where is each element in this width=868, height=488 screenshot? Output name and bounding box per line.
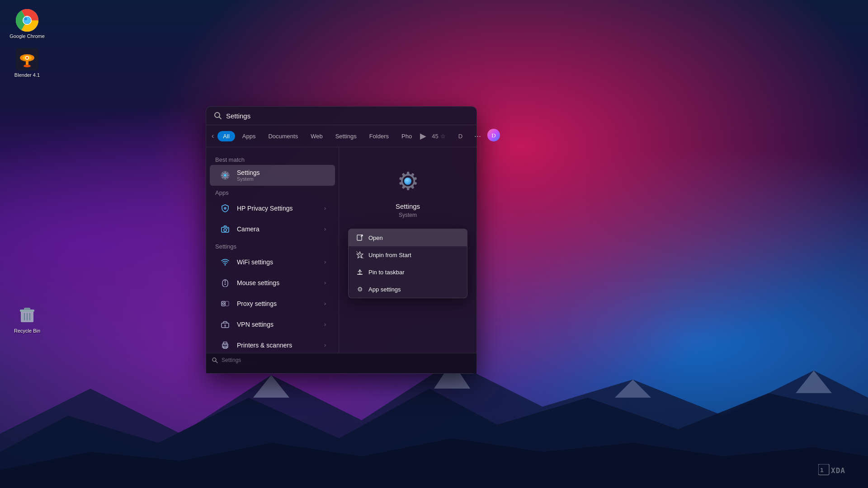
camera-item[interactable]: Camera ›: [210, 219, 335, 239]
svg-rect-36: [228, 175, 229, 176]
desktop-icons: Google Chrome Blender 4.1: [9, 9, 45, 333]
printers-chevron: ›: [324, 342, 326, 348]
svg-rect-33: [225, 171, 226, 173]
settings-item-icon: [219, 169, 231, 182]
svg-point-41: [224, 207, 226, 210]
hp-privacy-chevron: ›: [324, 205, 326, 211]
svg-point-32: [224, 174, 226, 177]
camera-label: Camera: [237, 225, 324, 233]
open-label: Open: [368, 235, 383, 241]
bottom-bar: Settings: [206, 353, 476, 373]
tab-apps[interactable]: Apps: [237, 131, 261, 141]
chrome-icon-label: Google Chrome: [9, 33, 45, 39]
svg-rect-49: [222, 301, 225, 306]
context-pin-taskbar[interactable]: Pin to taskbar: [349, 263, 467, 281]
wifi-icon: [219, 256, 231, 268]
context-open[interactable]: Open: [349, 229, 467, 246]
search-icon: [213, 111, 222, 120]
pin-taskbar-label: Pin to taskbar: [368, 269, 405, 276]
vpn-icon: [219, 318, 231, 331]
context-unpin-start[interactable]: Unpin from Start: [349, 246, 467, 263]
wifi-chevron: ›: [324, 259, 326, 265]
svg-rect-50: [225, 301, 229, 306]
left-panel: Best match: [206, 147, 339, 373]
search-input[interactable]: [226, 112, 469, 120]
hp-privacy-item[interactable]: HP Privacy Settings ›: [210, 198, 335, 219]
tab-pho[interactable]: Pho: [396, 131, 417, 141]
svg-point-51: [222, 303, 224, 305]
proxy-chevron: ›: [324, 300, 326, 307]
svg-point-12: [24, 18, 27, 20]
best-match-name: Settings: [237, 169, 326, 176]
search-bar: [206, 107, 476, 125]
svg-rect-34: [225, 178, 226, 179]
user-initial-badge: D: [457, 133, 464, 140]
start-menu: ‹ All Apps Documents Web Settings Folder…: [206, 106, 477, 374]
svg-line-68: [216, 361, 217, 363]
tab-settings[interactable]: Settings: [330, 131, 362, 141]
bottom-search-indicator: Settings: [212, 357, 471, 363]
hp-privacy-icon: [219, 202, 231, 215]
vpn-chevron: ›: [324, 321, 326, 328]
back-button[interactable]: ‹: [212, 130, 214, 142]
vpn-settings-item[interactable]: VPN settings ›: [210, 314, 335, 335]
settings-preview-graphic: ⚙: [393, 167, 423, 196]
right-panel: ⚙ Settings System: [339, 147, 476, 373]
tab-count-badge: 45 ☆: [428, 131, 449, 141]
mouse-icon: [219, 277, 231, 289]
svg-point-11: [24, 17, 31, 24]
more-tabs-play[interactable]: ▶: [420, 131, 426, 141]
xda-watermark: 1 XDA: [818, 464, 859, 479]
printers-label: Printers & scanners: [237, 342, 324, 349]
camera-chevron: ›: [324, 226, 326, 232]
svg-point-58: [227, 345, 228, 346]
proxy-settings-item[interactable]: Proxy settings ›: [210, 293, 335, 314]
menu-body: Best match: [206, 147, 476, 373]
wifi-settings-item[interactable]: WiFi settings ›: [210, 252, 335, 272]
app-preview-subtitle: System: [399, 212, 417, 218]
tab-all[interactable]: All: [217, 131, 235, 141]
svg-point-48: [225, 284, 226, 285]
mouse-chevron: ›: [324, 280, 326, 286]
app-preview: ⚙ Settings System: [348, 156, 467, 225]
app-settings-icon: ⚙: [356, 285, 364, 293]
svg-point-44: [227, 228, 228, 229]
best-match-subtitle: System: [237, 176, 326, 182]
best-match-settings-item[interactable]: Settings System: [210, 165, 335, 186]
recycle-bin-icon[interactable]: Recycle Bin: [9, 304, 45, 333]
more-options-button[interactable]: ···: [472, 131, 484, 141]
proxy-icon: [219, 297, 231, 310]
chrome-desktop-icon[interactable]: Google Chrome: [9, 9, 45, 39]
camera-icon: [219, 223, 231, 235]
mouse-settings-label: Mouse settings: [237, 279, 324, 286]
mouse-settings-item[interactable]: Mouse settings ›: [210, 272, 335, 293]
svg-point-53: [224, 324, 226, 326]
svg-rect-22: [24, 308, 30, 310]
blender-desktop-icon[interactable]: Blender 4.1: [9, 48, 45, 78]
svg-point-43: [224, 229, 226, 231]
tab-web[interactable]: Web: [305, 131, 328, 141]
svg-text:D: D: [491, 132, 495, 139]
context-menu: Open: [348, 229, 467, 298]
svg-point-17: [26, 57, 28, 59]
app-preview-icon-wrap: ⚙: [392, 165, 424, 197]
svg-text:XDA: XDA: [831, 466, 845, 475]
chrome-icon-image: [16, 9, 38, 32]
user-avatar-tab[interactable]: D: [487, 129, 500, 143]
svg-point-19: [24, 65, 31, 67]
tab-folders[interactable]: Folders: [364, 131, 394, 141]
svg-line-27: [219, 117, 222, 119]
context-app-settings[interactable]: ⚙ App settings: [349, 281, 467, 298]
svg-point-45: [225, 264, 226, 266]
vpn-settings-label: VPN settings: [237, 321, 324, 328]
apps-section-label: Apps: [206, 186, 339, 198]
tab-documents[interactable]: Documents: [263, 131, 303, 141]
filter-tabs: ‹ All Apps Documents Web Settings Folder…: [206, 125, 476, 147]
unpin-start-label: Unpin from Start: [368, 252, 411, 258]
settings-section-label: Settings: [206, 239, 339, 252]
svg-rect-66: [357, 274, 363, 275]
open-icon: [356, 234, 364, 242]
unpin-start-icon: [356, 251, 364, 259]
svg-rect-35: [221, 175, 222, 176]
app-settings-label: App settings: [368, 286, 401, 293]
